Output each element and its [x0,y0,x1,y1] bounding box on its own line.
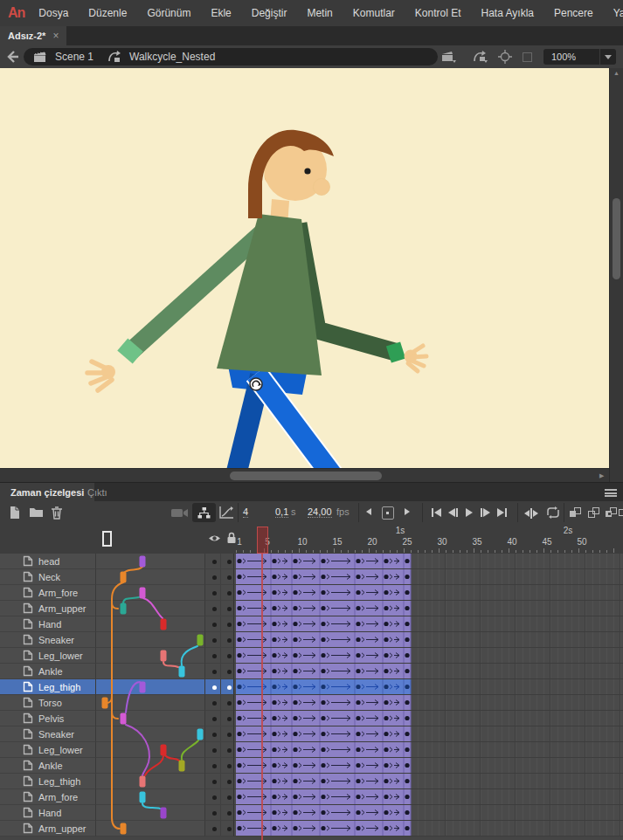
step-back-button[interactable] [448,508,458,517]
layer-name[interactable]: Sneaker [0,726,96,742]
tween-span[interactable] [234,805,623,820]
tween-span[interactable] [234,616,623,631]
center-playhead-icon[interactable] [524,508,538,519]
tween-span[interactable] [234,664,623,678]
parenting-cell[interactable] [96,726,204,742]
lock-dot[interactable] [227,795,232,800]
visibility-lock-cell[interactable] [204,805,234,821]
layer-row-leg_thigh[interactable]: Leg_thigh [0,679,623,695]
lock-dot[interactable] [227,560,232,564]
frames-cell[interactable] [234,758,623,774]
tween-span[interactable] [234,554,623,568]
edit-scene-icon[interactable] [441,51,456,63]
menu-item[interactable]: Değiştir [252,7,287,19]
parenting-cell[interactable] [96,648,204,664]
horizontal-scrollbar[interactable]: ▶ [0,468,609,483]
visibility-dot[interactable] [212,654,217,658]
lock-dot[interactable] [227,811,232,816]
frames-cell[interactable] [234,632,623,648]
layer-row-leg_lower[interactable]: Leg_lower [0,742,623,758]
layer-name[interactable]: Arm_fore [0,585,96,601]
menu-item[interactable]: Görünüm [147,7,190,19]
visibility-lock-cell[interactable] [204,585,234,601]
frames-cell[interactable] [234,648,623,664]
playhead-line[interactable] [261,554,263,840]
tween-span[interactable] [234,758,623,773]
layer-row-torso[interactable]: Torso [0,695,623,711]
lock-dot[interactable] [227,591,232,596]
layer-name[interactable]: Ankle [0,758,96,774]
parenting-cell[interactable] [96,774,204,789]
parenting-cell[interactable] [96,664,204,679]
layer-row-ankle[interactable]: Ankle [0,758,623,774]
center-frame-icon[interactable] [498,50,512,64]
parenting-cell[interactable] [96,821,204,837]
step-playhead-back-icon[interactable] [366,508,371,515]
visibility-dot[interactable] [212,670,217,674]
layer-row-hand[interactable]: Hand [0,616,623,632]
layer-row-hand[interactable]: Hand [0,805,623,821]
layer-parenting-button[interactable] [192,503,216,522]
parenting-cell[interactable] [96,711,204,726]
layer-row-head[interactable]: head [0,554,623,569]
stage-canvas[interactable] [0,68,609,468]
visibility-dot[interactable] [212,764,217,768]
lock-dot[interactable] [227,685,232,690]
back-arrow-icon[interactable] [6,51,19,63]
visibility-lock-cell[interactable] [204,758,234,774]
tween-span[interactable] [234,585,623,600]
tween-span[interactable] [234,569,623,584]
lock-dot[interactable] [227,827,232,831]
menu-item[interactable]: Dosya [38,7,68,19]
layer-row-leg_thigh[interactable]: Leg_thigh [0,774,623,789]
close-icon[interactable]: × [52,30,59,42]
parenting-cell[interactable] [96,601,204,616]
visibility-lock-cell[interactable] [204,695,234,711]
layer-name[interactable]: Arm_upper [0,601,96,616]
parenting-cell[interactable] [96,742,204,758]
lock-dot[interactable] [227,575,232,580]
motion-editor-icon[interactable] [219,506,234,519]
frames-cell[interactable] [234,554,623,569]
frames-cell[interactable] [234,569,623,585]
tween-span[interactable] [234,632,623,647]
frames-cell[interactable] [234,695,623,711]
modify-markers-icon[interactable] [619,507,623,519]
parenting-cell[interactable] [96,695,204,711]
lock-dot[interactable] [227,654,232,658]
tween-span[interactable] [234,695,623,710]
frames-cell[interactable] [234,585,623,601]
visibility-dot[interactable] [212,607,217,611]
layer-name[interactable]: Arm_fore [0,789,96,805]
frames-cell[interactable] [234,679,623,695]
parenting-cell[interactable] [96,585,204,601]
menu-item[interactable]: Kontrol Et [415,7,461,19]
menu-item[interactable]: Metin [307,7,332,19]
layer-name[interactable]: Neck [0,569,96,585]
layer-row-leg_lower[interactable]: Leg_lower [0,648,623,664]
visibility-lock-cell[interactable] [204,679,234,695]
visibility-dot[interactable] [212,685,217,690]
frames-cell[interactable] [234,805,623,821]
edit-symbols-icon[interactable] [473,50,488,63]
scroll-right-icon[interactable]: ▶ [599,472,604,479]
frames-cell[interactable] [234,711,623,726]
layer-row-pelvis[interactable]: Pelvis [0,711,623,726]
layer-name[interactable]: Leg_thigh [0,774,96,789]
frames-cell[interactable] [234,774,623,789]
delete-icon[interactable] [51,506,63,520]
visibility-lock-cell[interactable] [204,789,234,805]
visibility-dot[interactable] [212,638,217,643]
tween-span[interactable] [234,789,623,804]
visibility-lock-cell[interactable] [204,664,234,679]
visibility-lock-cell[interactable] [204,648,234,664]
visibility-dot[interactable] [212,827,217,831]
current-frame-value[interactable]: 4 [243,507,248,518]
parenting-cell[interactable] [96,805,204,821]
layer-name[interactable]: Leg_lower [0,742,96,758]
vertical-scrollbar[interactable]: ▲ ▼ [609,68,623,482]
zoom-select[interactable]: 100% [543,49,616,65]
visibility-dot[interactable] [212,748,217,753]
parenting-cell[interactable] [96,758,204,774]
menu-item[interactable]: Pencere [554,7,593,19]
